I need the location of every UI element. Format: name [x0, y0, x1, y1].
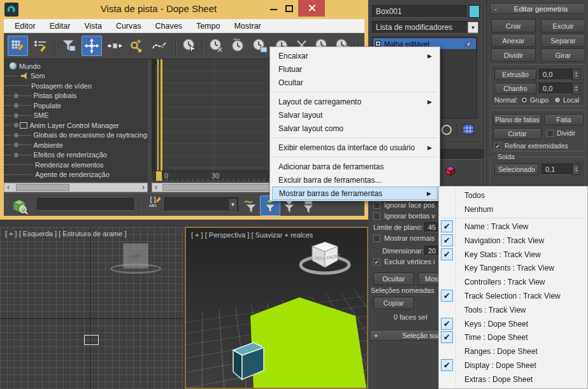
- modifier-list-arrow-icon[interactable]: ▼: [468, 22, 478, 33]
- add-keys-icon[interactable]: [126, 36, 147, 56]
- tree-item-pistas-globais[interactable]: ⊕ Pistas globais: [4, 91, 148, 101]
- menu-item-adicionar-barra[interactable]: Adicionar barra de ferramentas: [272, 160, 438, 173]
- expand-plus-icon[interactable]: ⊕: [13, 141, 18, 148]
- viewport-persp-label[interactable]: [ + ] [ Perspectiva ] [ Suavizar + realc…: [191, 231, 313, 239]
- ignore-backfacing-checkbox[interactable]: [373, 202, 380, 209]
- cut-button[interactable]: Cortar: [493, 128, 541, 139]
- weld-spinner[interactable]: ▴ ▾: [572, 164, 580, 175]
- slice-button[interactable]: Fatia: [544, 114, 584, 125]
- selected-object-wireframe[interactable]: [84, 335, 99, 345]
- hide-button[interactable]: Ocultar: [373, 272, 414, 285]
- submenu-item-extras-dope-sheet[interactable]: Extras : Dope Sheet: [457, 372, 586, 386]
- name-filter-input[interactable]: [37, 198, 134, 211]
- menu-item-salvar-layout[interactable]: Salvar layout: [272, 108, 438, 122]
- tree-item-populate[interactable]: ⊕ Populate: [4, 101, 148, 111]
- time-slider-line[interactable]: [161, 59, 162, 171]
- configure-modifier-sets-icon[interactable]: [461, 124, 477, 136]
- spin-down-icon[interactable]: ▾: [575, 88, 577, 92]
- tree-item-postagem-video[interactable]: Postagem de vídeo: [4, 81, 148, 91]
- viewport-left[interactable]: LEFT [ + ] [ Esquerda ] [ Estrutura de a…: [0, 227, 183, 389]
- check-icon[interactable]: ✔: [441, 248, 453, 260]
- tree-item-agente-renderizacao[interactable]: Agente de renderização: [4, 170, 148, 180]
- submenu-item-key-stats-track-view[interactable]: Key Stats : Track View: [457, 248, 586, 262]
- filter-curves-icon[interactable]: [241, 195, 261, 216]
- dropdown-chevron-icon[interactable]: ▾: [228, 198, 238, 211]
- time-slider-line[interactable]: [157, 59, 159, 171]
- edit-geometry-rollout[interactable]: - Editar geometria: [490, 3, 585, 14]
- edit-keys-icon[interactable]: [8, 36, 28, 56]
- viewcube-ring[interactable]: [110, 264, 161, 274]
- tree-hscrollbar[interactable]: ‹ ›: [4, 183, 148, 192]
- menu-editar[interactable]: Editar: [43, 22, 78, 31]
- move-keys-icon[interactable]: [82, 36, 102, 56]
- weld-selected-button[interactable]: Selecionado: [494, 164, 539, 175]
- bevel-button[interactable]: Chanfro: [494, 83, 536, 94]
- menu-item-salvar-layout-como[interactable]: Salvar layout como: [272, 122, 438, 135]
- spin-down-icon[interactable]: ▾: [575, 74, 577, 78]
- close-button[interactable]: [298, 0, 325, 17]
- filters-icon[interactable]: [59, 36, 79, 56]
- tree-item-ambiente[interactable]: ⊕ Ambiente: [4, 140, 148, 150]
- menu-chaves[interactable]: Chaves: [148, 22, 189, 31]
- delete-button[interactable]: Excluir: [541, 19, 585, 32]
- menu-item-excluir-barra[interactable]: Excluir barra de ferramentas...: [272, 173, 438, 187]
- title-bar[interactable]: Vista de pista - Dope Sheet: [0, 0, 368, 19]
- slice-plane-button[interactable]: Plano de fatias: [493, 114, 541, 125]
- object-name-field[interactable]: Box001: [372, 5, 466, 18]
- submenu-item-time-dope-sheet[interactable]: Time : Dope Sheet: [457, 330, 586, 344]
- menu-item-flutuar[interactable]: Flutuar: [272, 62, 438, 76]
- delete-time-icon[interactable]: [206, 36, 227, 56]
- edit-ranges-icon[interactable]: [31, 36, 51, 56]
- track-selection-dropdown[interactable]: [164, 197, 238, 211]
- split-checkbox[interactable]: [547, 130, 554, 137]
- menu-item-encaixar[interactable]: Encaixar ▶: [272, 49, 438, 62]
- refine-ends-checkbox[interactable]: ✔: [494, 143, 501, 150]
- extrude-spinner-field[interactable]: 0,0: [539, 69, 572, 80]
- submenu-item-controllers-track-view[interactable]: Controllers : Track View: [457, 275, 586, 289]
- minimize-button[interactable]: [270, 9, 277, 10]
- tree-item-som[interactable]: Som: [4, 71, 148, 81]
- viewport-left-label[interactable]: [ + ] [ Esquerda ] [ Estrutura de arame …: [5, 230, 126, 237]
- turn-button[interactable]: Girar: [541, 48, 585, 62]
- submenu-item-navigation-track-view[interactable]: Navigation : Track View: [457, 234, 586, 248]
- submenu-item-keys-dope-sheet[interactable]: Keys : Dope Sheet: [457, 317, 586, 331]
- bevel-spinner-field[interactable]: 0,0: [539, 83, 572, 94]
- submenu-item-nenhum[interactable]: Nenhum: [457, 202, 586, 216]
- stack-expand-icon[interactable]: [375, 41, 381, 46]
- slide-keys-icon[interactable]: [104, 36, 125, 56]
- check-icon[interactable]: ✔: [441, 331, 453, 343]
- expand-plus-icon[interactable]: ⊕: [13, 132, 18, 139]
- edit-track-set-icon[interactable]: [ ] ABC: [144, 195, 162, 213]
- element-select-icon[interactable]: [444, 164, 457, 177]
- tree-item-renderizar-elementos[interactable]: Renderizar elementos: [4, 160, 148, 170]
- insert-time-icon[interactable]: [250, 36, 270, 56]
- select-time-icon[interactable]: [180, 36, 200, 56]
- extrude-spinner[interactable]: ▴ ▾: [572, 69, 580, 80]
- select-by-name-icon[interactable]: [9, 195, 29, 216]
- bevel-spinner[interactable]: ▴ ▾: [572, 83, 580, 94]
- expand-plus-icon[interactable]: ⊕: [13, 112, 18, 119]
- expand-plus-icon[interactable]: ⊕: [13, 102, 18, 109]
- maximize-button[interactable]: [285, 5, 293, 12]
- expand-plus-icon[interactable]: ⊕: [13, 122, 18, 129]
- object-color-swatch[interactable]: [469, 5, 480, 18]
- divide-button[interactable]: Dividir: [491, 48, 536, 62]
- expand-plus-icon[interactable]: ⊕: [13, 152, 18, 159]
- show-end-result-icon[interactable]: [440, 124, 455, 136]
- ignore-visible-edges-checkbox[interactable]: [373, 213, 380, 220]
- normal-local-radio[interactable]: [554, 97, 561, 103]
- submenu-item-ranges-dope-sheet[interactable]: Ranges : Dope Sheet: [457, 344, 586, 358]
- create-button[interactable]: Criar: [491, 19, 536, 32]
- scroll-left-icon[interactable]: ‹: [7, 183, 10, 192]
- menu-curvas[interactable]: Curvas: [109, 22, 148, 31]
- draw-curves-icon[interactable]: [149, 36, 169, 56]
- menu-item-layout-de-carregamento[interactable]: Layout de carregamento ▶: [272, 95, 438, 108]
- extrude-button[interactable]: Extrusão: [494, 69, 536, 80]
- pin-stack-icon[interactable]: [463, 40, 473, 48]
- submenu-item-tools-track-view[interactable]: Tools : Track View: [457, 303, 586, 317]
- menu-item-ocultar[interactable]: Ocultar: [272, 76, 438, 89]
- check-icon[interactable]: ✔: [441, 220, 453, 232]
- menu-item-mostrar-barras[interactable]: Mostrar barras de ferramentas ▶: [272, 187, 438, 200]
- tree-item-sme[interactable]: ⊕ SME: [4, 111, 148, 121]
- check-icon[interactable]: ✔: [441, 234, 453, 246]
